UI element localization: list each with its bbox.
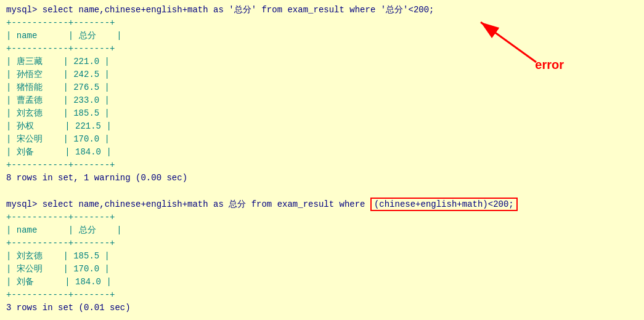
table1-row-4: | 曹孟德 | 233.0 | <box>6 94 638 107</box>
table1-row-8: | 刘备 | 184.0 | <box>6 146 638 159</box>
table1-row-7: | 宋公明 | 170.0 | <box>6 133 638 146</box>
table1-header: | name | 总分 | <box>6 30 638 42</box>
table2-border-top: +-----------+-------+ <box>6 211 638 224</box>
error-arrow <box>468 16 542 65</box>
result1-line: 8 rows in set, 1 warning (0.00 sec) <box>6 172 638 185</box>
table1-border-bottom: +-----------+-------+ <box>6 159 638 172</box>
query2-line: mysql> select name,chinese+english+math … <box>6 198 638 211</box>
table2-row-2: | 宋公明 | 170.0 | <box>6 263 638 276</box>
spacer2 <box>6 314 638 320</box>
table1-border-mid: +-----------+-------+ <box>6 42 638 55</box>
query2-prefix: mysql> select name,chinese+english+math … <box>6 199 370 210</box>
table1-border-top: +-----------+-------+ <box>6 17 638 30</box>
result2-line: 3 rows in set (0.01 sec) <box>6 302 638 314</box>
table2-row-3: | 刘备 | 184.0 | <box>6 276 638 289</box>
query1-line: mysql> select name,chinese+english+math … <box>6 4 638 17</box>
query2-highlight: (chinese+english+math)<200; <box>370 198 518 211</box>
table2-row-1: | 刘玄德 | 185.5 | <box>6 250 638 263</box>
table1-row-3: | 猪悟能 | 276.5 | <box>6 81 638 94</box>
table2-border-bottom: +-----------+-------+ <box>6 289 638 302</box>
spacer1 <box>6 185 638 198</box>
table1-row-6: | 孙权 | 221.5 | <box>6 120 638 133</box>
table2-header: | name | 总分 | <box>6 224 638 237</box>
terminal-content: mysql> select name,chinese+english+math … <box>6 4 638 320</box>
table2-border-mid: +-----------+-------+ <box>6 237 638 250</box>
svg-line-1 <box>481 22 536 62</box>
table1-row-5: | 刘玄德 | 185.5 | <box>6 107 638 120</box>
